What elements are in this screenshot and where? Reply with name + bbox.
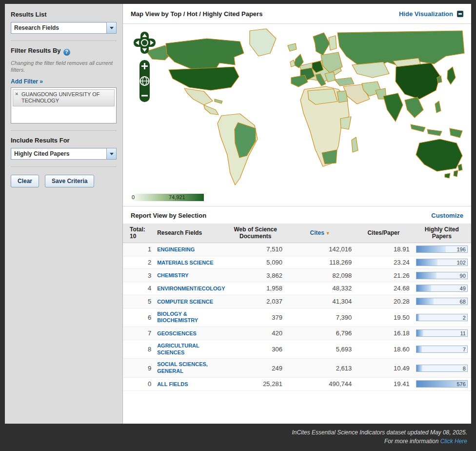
region-iceland[interactable] xyxy=(288,43,297,51)
region-canada[interactable] xyxy=(166,39,244,71)
dataset-update-note: InCites Essential Science Indicators dat… xyxy=(292,428,467,437)
more-info-line: For more information Click Here xyxy=(292,437,467,446)
highly-cited-bar-cell: 196 xyxy=(413,243,471,256)
pan-control[interactable] xyxy=(134,32,156,54)
map-controls[interactable] xyxy=(134,32,156,114)
help-icon[interactable]: ? xyxy=(63,49,70,56)
cites-cell: 142,016 xyxy=(285,243,355,256)
chevron-down-icon[interactable] xyxy=(106,22,116,33)
field-link[interactable]: CHEMISTRY xyxy=(157,272,188,279)
region-brazil[interactable] xyxy=(235,123,256,158)
region-caribbean[interactable] xyxy=(215,99,222,103)
region-philippines[interactable] xyxy=(435,101,441,113)
field-link[interactable]: SOCIAL SCIENCES, GENERAL xyxy=(157,361,222,375)
field-link[interactable]: ENVIRONMENT/ECOLOGY xyxy=(157,286,225,292)
click-here-link[interactable]: Click Here xyxy=(440,438,467,445)
include-results-dropdown[interactable]: Highly Cited Papers xyxy=(11,148,117,160)
sort-descending-icon: ▼ xyxy=(326,231,330,236)
customize-link[interactable]: Customize xyxy=(431,212,463,219)
filter-note: Changing the filter field removes all cu… xyxy=(11,60,117,74)
table-row: 4 ENVIRONMENT/ECOLOGY 1,958 48,332 24.68… xyxy=(123,282,471,295)
column-header-cites-sortable[interactable]: Cites▼ xyxy=(285,224,355,243)
remove-filter-icon[interactable]: × xyxy=(15,91,18,98)
hide-visualization-link[interactable]: Hide Visualization xyxy=(399,10,463,18)
highly-cited-bar-fill xyxy=(416,330,424,336)
field-link[interactable]: BIOLOGY & BIOCHEMISTRY xyxy=(157,311,222,325)
rank-cell: 1 xyxy=(123,243,154,256)
table-row: 8 AGRICULTURAL SCIENCES 306 5,693 18.60 … xyxy=(123,340,471,359)
highly-cited-bar: 196 xyxy=(416,246,468,253)
results-list-dropdown[interactable]: Research Fields xyxy=(11,22,117,34)
rank-cell: 9 xyxy=(123,359,154,378)
sidebar-actions: Clear Save Criteria xyxy=(11,175,117,187)
add-filter-link[interactable]: Add Filter » xyxy=(11,78,43,85)
region-north-africa[interactable] xyxy=(308,89,337,104)
footer: InCites Essential Science Indicators dat… xyxy=(292,428,467,446)
region-new-zealand-north[interactable] xyxy=(458,164,462,171)
region-mexico[interactable] xyxy=(184,88,213,105)
docs-cell: 25,281 xyxy=(226,377,285,390)
field-link[interactable]: ENGINEERING xyxy=(157,246,195,253)
cites-cell: 6,796 xyxy=(285,327,355,340)
field-link[interactable]: ALL FIELDS xyxy=(157,381,188,388)
region-central-america[interactable] xyxy=(204,105,218,115)
region-usa[interactable] xyxy=(169,67,239,90)
highly-cited-bar-fill xyxy=(416,272,437,279)
region-central-asia[interactable] xyxy=(352,62,389,78)
region-china[interactable] xyxy=(396,63,440,99)
cites-per-paper-cell: 24.68 xyxy=(355,282,412,295)
highly-cited-bar-fill xyxy=(416,365,422,371)
region-indonesia-east[interactable] xyxy=(427,129,442,136)
region-finland[interactable] xyxy=(329,36,337,50)
region-new-guinea[interactable] xyxy=(450,128,462,138)
highly-cited-bar-fill xyxy=(416,259,438,266)
region-madagascar[interactable] xyxy=(352,137,358,152)
highly-cited-bar: 49 xyxy=(416,285,468,292)
cites-per-paper-cell: 10.49 xyxy=(355,359,412,378)
region-india[interactable] xyxy=(383,93,403,122)
cites-per-paper-cell: 19.41 xyxy=(355,377,412,390)
highly-cited-bar-value: 196 xyxy=(456,246,465,253)
rank-cell: 6 xyxy=(123,308,154,327)
chevron-down-icon[interactable] xyxy=(106,148,116,159)
highly-cited-bar-cell: 49 xyxy=(413,282,471,295)
region-iberia[interactable] xyxy=(291,75,308,87)
highly-cited-bar-value: 11 xyxy=(460,330,465,337)
highly-cited-bar-cell: 2 xyxy=(413,308,471,327)
field-link[interactable]: COMPUTER SCIENCE xyxy=(157,299,213,306)
table-row: 3 CHEMISTRY 3,862 82,098 21.26 90 xyxy=(123,269,471,282)
docs-cell: 3,862 xyxy=(226,269,285,282)
region-tasmania[interactable] xyxy=(445,173,450,178)
field-link[interactable]: AGRICULTURAL SCIENCES xyxy=(157,343,222,356)
minimize-icon[interactable] xyxy=(457,11,463,17)
highly-cited-bar-value: 102 xyxy=(456,259,465,266)
region-southeast-asia[interactable] xyxy=(405,97,423,118)
region-ireland[interactable] xyxy=(290,60,295,67)
zoom-control[interactable] xyxy=(139,60,150,102)
field-link[interactable]: GEOSCIENCES xyxy=(157,330,197,337)
region-egypt[interactable] xyxy=(337,91,348,102)
region-turkey[interactable] xyxy=(335,78,354,86)
highly-cited-bar-fill xyxy=(416,346,422,352)
column-header-cites-per-paper: Cites/Paper xyxy=(355,224,412,243)
region-scandinavia[interactable] xyxy=(313,33,330,55)
world-map-choropleth[interactable] xyxy=(143,27,465,188)
save-criteria-button[interactable]: Save Criteria xyxy=(45,175,94,187)
region-indonesia-west[interactable] xyxy=(411,124,425,132)
region-greenland[interactable] xyxy=(250,29,276,56)
region-japan[interactable] xyxy=(447,67,456,84)
report-table: Total: 10 Research Fields Web of Science… xyxy=(123,224,471,391)
map-visualization xyxy=(126,26,468,190)
field-link[interactable]: MATERIALS SCIENCE xyxy=(157,260,213,266)
highly-cited-bar: 90 xyxy=(416,272,468,279)
cites-cell: 490,744 xyxy=(285,377,355,390)
highly-cited-bar: 68 xyxy=(416,298,468,305)
region-australia[interactable] xyxy=(416,139,462,171)
clear-button[interactable]: Clear xyxy=(11,175,39,187)
region-new-zealand-south[interactable] xyxy=(454,170,458,177)
docs-cell: 1,958 xyxy=(226,282,285,295)
table-row: 7 GEOSCIENCES 420 6,796 16.18 11 xyxy=(123,327,471,340)
region-east-africa[interactable] xyxy=(340,117,351,129)
highly-cited-bar: 2 xyxy=(416,314,468,321)
cites-per-paper-cell: 20.28 xyxy=(355,295,412,308)
